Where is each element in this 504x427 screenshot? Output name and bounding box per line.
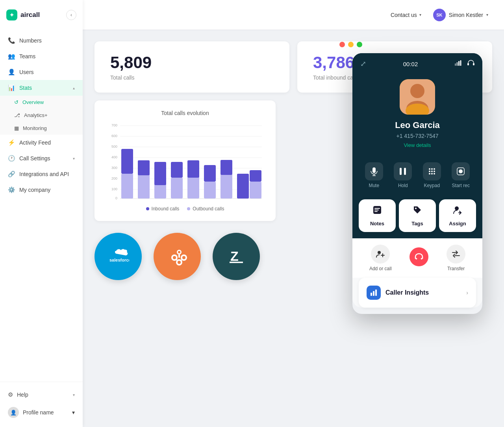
teams-icon: 👥 xyxy=(8,53,15,60)
svg-text:200: 200 xyxy=(111,176,117,180)
numbers-icon: 📞 xyxy=(8,37,15,44)
sidebar-help[interactable]: ⚙ Help ▾ xyxy=(0,387,83,403)
signal-icon xyxy=(455,60,462,67)
call-settings-icon: 🕐 xyxy=(8,155,15,162)
svg-rect-55 xyxy=(456,62,458,66)
svg-rect-90 xyxy=(371,293,372,296)
hubspot-logo[interactable] xyxy=(154,233,201,280)
sidebar-item-call-settings[interactable]: 🕐 Call Settings ▾ xyxy=(0,150,83,166)
phone-top-bar: ⤢ 00:02 xyxy=(352,53,482,73)
svg-point-70 xyxy=(431,168,433,170)
keypad-icon xyxy=(423,162,441,180)
call-timer: 00:02 xyxy=(403,61,418,67)
tags-button[interactable]: Tags xyxy=(399,199,436,232)
integrations-label: Integrations and API xyxy=(19,171,69,177)
user-name: Simon Kestler xyxy=(449,12,483,18)
phone-widget: ⤢ 00:02 xyxy=(352,53,482,314)
caller-insights-icon xyxy=(367,286,381,300)
activity-feed-label: Activity Feed xyxy=(19,139,51,146)
sidebar-item-my-company[interactable]: ⚙️ My company xyxy=(0,182,83,198)
record-icon xyxy=(452,162,470,180)
svg-point-45 xyxy=(182,256,185,259)
svg-text:0: 0 xyxy=(115,196,117,200)
minimize-window-dot[interactable] xyxy=(348,42,354,47)
sidebar-subitem-overview[interactable]: ↺ Overview xyxy=(0,96,83,109)
svg-rect-26 xyxy=(171,162,183,178)
svg-text:300: 300 xyxy=(111,166,117,170)
svg-point-61 xyxy=(410,84,424,98)
caller-avatar xyxy=(400,79,435,115)
logo: ✦ aircall xyxy=(6,9,40,20)
svg-text:400: 400 xyxy=(111,155,117,159)
caller-insights-card[interactable]: Caller Insights › xyxy=(359,278,476,308)
sidebar-subitem-analytics[interactable]: ⎇ Analytics+ xyxy=(0,109,83,122)
notes-button[interactable]: Notes xyxy=(359,199,396,232)
logo-icon: ✦ xyxy=(6,9,17,20)
numbers-label: Numbers xyxy=(19,37,42,44)
bottom-actions: Notes Tags xyxy=(352,195,482,238)
assign-button[interactable]: Assign xyxy=(439,199,476,232)
stats-arrow-icon: ▴ xyxy=(73,86,75,90)
legend-outbound: Outbound calls xyxy=(187,206,224,212)
mute-button[interactable]: Mute xyxy=(360,162,388,188)
maximize-window-dot[interactable] xyxy=(357,42,362,47)
zendesk-logo[interactable]: Z xyxy=(213,233,260,280)
svg-rect-59 xyxy=(473,63,474,65)
sidebar-subitem-monitoring[interactable]: ▦ Monitoring xyxy=(0,122,83,135)
sidebar-item-users[interactable]: 👤 Users xyxy=(0,64,83,80)
close-window-dot[interactable] xyxy=(339,42,345,47)
phone-expand-icon[interactable]: ⤢ xyxy=(360,59,366,68)
add-or-call-button[interactable]: Add or call xyxy=(369,245,392,271)
svg-rect-17 xyxy=(121,174,133,199)
svg-rect-58 xyxy=(467,63,469,65)
chart-title: Total calls evolution xyxy=(104,110,266,116)
call-settings-arrow-icon: ▾ xyxy=(73,156,75,161)
hold-icon xyxy=(394,162,412,180)
hold-button[interactable]: Hold xyxy=(389,162,417,188)
notes-label: Notes xyxy=(370,221,384,226)
help-icon: ⚙ xyxy=(8,391,13,398)
transfer-button[interactable]: Transfer xyxy=(447,245,465,271)
sidebar-item-activity-feed[interactable]: ⚡ Activity Feed xyxy=(0,135,83,150)
sidebar-item-integrations[interactable]: 🔗 Integrations and API xyxy=(0,166,83,182)
view-details-link[interactable]: View details xyxy=(404,142,431,148)
user-menu[interactable]: SK Simon Kestler ▾ xyxy=(433,9,488,21)
integrations-icon: 🔗 xyxy=(8,171,15,178)
sidebar-back-button[interactable]: ‹ xyxy=(66,10,76,20)
assign-label: Assign xyxy=(449,221,466,226)
transfer-label: Transfer xyxy=(447,266,465,271)
start-rec-label: Start rec xyxy=(452,183,470,188)
phone-white-section: Add or call Transfer xyxy=(352,238,482,308)
svg-point-76 xyxy=(431,173,433,175)
salesforce-logo[interactable]: salesforce xyxy=(94,233,142,280)
svg-point-74 xyxy=(434,171,435,172)
svg-point-75 xyxy=(429,173,430,175)
tags-label: Tags xyxy=(411,221,423,226)
svg-rect-35 xyxy=(237,174,249,199)
caller-section: Leo Garcia +1 415-732-7547 View details xyxy=(352,73,482,156)
legend-outbound-dot xyxy=(187,207,190,210)
stats-label: Stats xyxy=(19,85,32,91)
activity-feed-icon: ⚡ xyxy=(8,139,15,146)
headphone-icon[interactable] xyxy=(467,60,474,68)
profile-name: Profile name xyxy=(23,409,54,416)
sidebar-item-teams[interactable]: 👥 Teams xyxy=(0,48,83,64)
contact-chevron-icon: ▾ xyxy=(419,13,421,17)
analytics-label: Analytics+ xyxy=(24,112,48,118)
svg-rect-30 xyxy=(204,165,216,182)
keypad-button[interactable]: Keypad xyxy=(418,162,446,188)
start-rec-button[interactable]: Start rec xyxy=(447,162,475,188)
profile-menu[interactable]: 👤 Profile name ▾ xyxy=(0,403,83,422)
help-arrow-icon: ▾ xyxy=(73,393,75,397)
add-call-icon xyxy=(371,245,390,264)
sidebar-header: ✦ aircall ‹ xyxy=(0,0,83,30)
profile-arrow-icon: ▾ xyxy=(72,409,75,416)
svg-text:700: 700 xyxy=(111,123,117,127)
sidebar-item-numbers[interactable]: 📞 Numbers xyxy=(0,33,83,48)
end-call-button[interactable] xyxy=(410,247,428,269)
hold-label: Hold xyxy=(398,183,408,188)
contact-us-button[interactable]: Contact us ▾ xyxy=(391,12,421,18)
svg-point-40 xyxy=(178,251,180,253)
notes-icon xyxy=(372,205,382,217)
sidebar-item-stats[interactable]: 📊 Stats ▴ xyxy=(0,80,83,96)
